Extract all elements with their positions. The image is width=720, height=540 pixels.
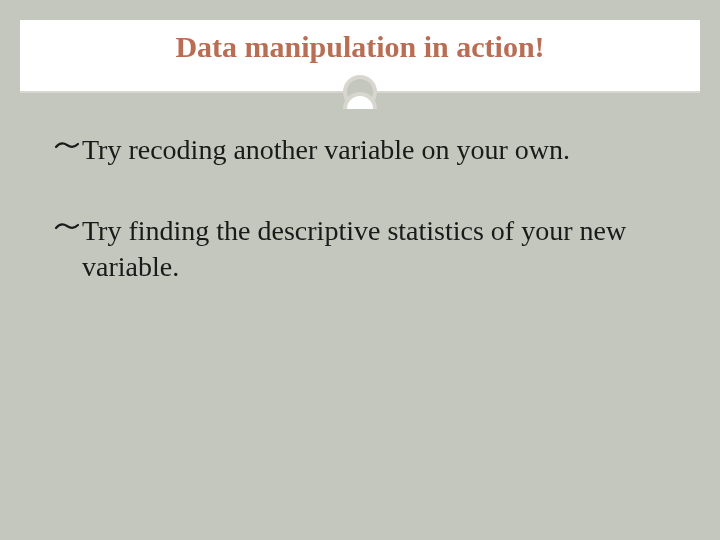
content-area: Try recoding another variable on your ow… (20, 92, 700, 284)
bullet-text: Try recoding another variable on your ow… (82, 132, 666, 168)
bullet-glyph-icon (54, 138, 80, 169)
bullet-glyph-icon (54, 219, 80, 250)
slide-title: Data manipulation in action! (20, 30, 700, 64)
slide: Data manipulation in action! Try recodin… (20, 20, 700, 520)
title-band: Data manipulation in action! (20, 20, 700, 92)
bullet-text: Try finding the descriptive statistics o… (82, 213, 666, 285)
bullet-item: Try finding the descriptive statistics o… (54, 213, 666, 285)
bullet-item: Try recoding another variable on your ow… (54, 132, 666, 169)
